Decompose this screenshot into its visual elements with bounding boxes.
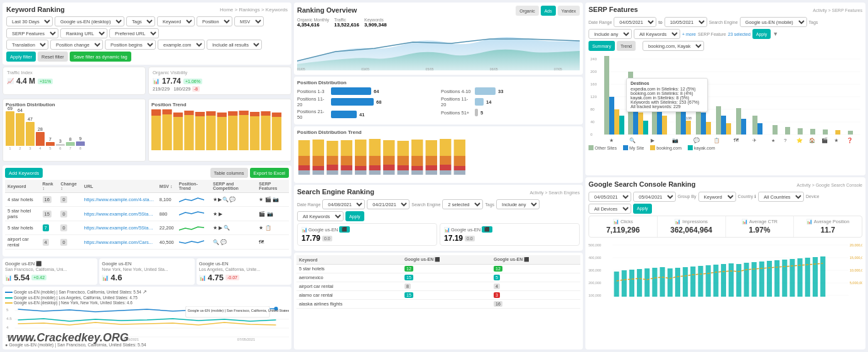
svg-rect-188 [774,260,779,297]
legend-kayak-color [688,145,693,150]
url-cell[interactable]: https://www.example.com/4-star-hot... [82,193,157,207]
tab-organic[interactable]: Organic [516,6,539,16]
position-select[interactable]: Position [197,16,232,26]
console-group-select[interactable]: Keyword [698,192,736,202]
organic-label: Organic Visibility [153,70,287,75]
apply-filter-button[interactable]: Apply filter [6,52,36,62]
svg-text:0: 0 [590,133,593,136]
serp-chart-area: Destinos expedia.com in Sitelinks: 12 (5… [589,53,862,145]
svg-rect-137 [848,131,853,135]
console-date-to[interactable]: 05/04/2021 [633,192,676,202]
url-cell[interactable]: https://www.example.com/5Star-Paris-Hote… [82,207,157,221]
reset-filter-button[interactable]: Reset filter [38,52,68,62]
engine-select[interactable]: Google us-EN (desktop) [55,16,124,26]
svg-rect-82 [426,170,437,175]
table-row: alaska airlines flights 16 [296,300,580,309]
svg-rect-69 [383,165,394,170]
se-keywords-select[interactable]: All Keywords [297,211,344,221]
url-cell[interactable]: https://www.example.com/5Star-Los-Angele… [82,221,157,235]
domain-select[interactable]: example.com [158,40,205,50]
console-date-from[interactable]: 04/05/2021 [589,192,631,202]
svg-rect-65 [369,165,381,170]
console-avg-position: 📊 Average Position 11.7 [794,216,862,237]
serp-dropdown-icon[interactable]: ▼ [773,31,778,37]
svg-rect-132 [785,127,790,135]
svg-rect-56 [341,156,352,165]
geo-engine-2: Google us-EN [102,261,192,267]
impressions-value: 362,064,964 [660,226,723,234]
pos-change-select[interactable]: Position change [50,40,103,50]
serp-date-from[interactable]: 04/05/2021 [614,17,656,27]
serp-date-to[interactable]: 10/05/2021 [665,17,707,27]
svg-rect-182 [729,263,734,297]
svg-text:40: 40 [590,120,595,124]
console-country-select[interactable]: All Countries [758,192,804,202]
se-date-to[interactable]: 04/21/2021 [367,199,410,209]
svg-rect-167 [614,272,619,297]
console-device-select[interactable]: All Devices [589,204,631,214]
svg-rect-108 [619,116,624,135]
save-filter-button[interactable]: Save filter as dynamic tag [70,52,131,62]
serp-keywords-select[interactable]: All Keywords [634,29,680,39]
include-select[interactable]: Include all results [207,40,262,50]
svg-rect-10 [206,116,215,150]
se-engine-select[interactable]: 2 selected [442,199,483,209]
translation-select[interactable]: Translation [6,40,48,50]
serp-tags-select[interactable]: Include any [589,29,632,39]
serp-tabs-row: Summary Trend booking.com, Kayak [589,41,862,51]
console-ctr: 📊 Average CTR 1.97% [726,216,795,237]
svg-text:200: 200 [590,70,597,74]
console-apply-button[interactable]: Apply [633,204,652,214]
svg-text:07/05/2021: 07/05/2021 [237,338,255,341]
serp-features-select[interactable]: SERP Features [6,28,58,38]
console-ranking-section: Google Search Console Ranking Activity >… [585,177,865,350]
svg-rect-7 [184,111,193,115]
svg-rect-9 [195,112,205,116]
tab-ads[interactable]: Ads [541,6,556,16]
tags-select[interactable]: Tags [126,16,155,26]
svg-rect-172 [652,268,657,297]
svg-rect-127 [736,108,741,135]
svg-rect-14 [228,116,237,150]
charts-row: Position Distribution 69 1 64 2 47 [3,99,291,162]
msv-select[interactable]: MSV [234,16,264,26]
add-keywords-button[interactable]: Add Keywords [5,168,43,178]
geo-location-2: New York, New York, United Sta... [102,267,192,272]
serp-feat-cell: 🎬 📷 [256,207,289,221]
svg-rect-54 [327,170,338,175]
svg-rect-64 [369,156,381,165]
serp-apply-button[interactable]: Apply [752,29,771,39]
legend-my-site-label: My Site [629,146,644,150]
se-date-from[interactable]: 04/08/2021 [322,199,365,209]
serp-comparison-select[interactable]: booking.com, Kayak [643,41,704,51]
svg-rect-67 [383,140,394,156]
serp-tab-trend[interactable]: Trend [617,41,636,51]
svg-rect-193 [813,257,818,297]
preferred-url-select[interactable]: Preferred URL [109,28,159,38]
date-range-select[interactable]: Last 30 Days [6,16,53,26]
console-impressions: 📊 Impressions 362,064,964 [658,216,726,237]
se-tags-select[interactable]: Include any [496,199,540,209]
legend-other-sites-color [589,145,594,150]
svg-text:400,000: 400,000 [589,256,601,260]
svg-rect-76 [411,156,423,166]
svg-rect-6 [184,115,193,150]
se-apply-button[interactable]: Apply [345,211,364,221]
export-button[interactable]: Export to Excel [250,168,289,178]
ranking-url-select[interactable]: Ranking URL [60,28,107,38]
serp-selected-count[interactable]: 23 selected [728,32,751,36]
overview-area-chart: 01/05 03/05 05/05 06/05 07/05 [297,30,580,70]
serp-more-link[interactable]: + more [682,32,696,36]
svg-rect-111 [638,113,643,135]
pos-begins-select[interactable]: Position begins [105,40,156,50]
tab-yandex[interactable]: Yandex [558,6,580,16]
msv-cell: 8,100 [157,193,176,207]
ctr-value: 1.97% [729,226,791,234]
serp-engine-select[interactable]: Google us-EN (mobile) [740,17,807,27]
table-columns-button[interactable]: Table columns [210,168,248,178]
overview-metric-keywords: Keywords 3,909,348 [364,18,387,28]
url-cell[interactable]: https://www.example.com/Cars... [82,235,157,250]
svg-rect-74 [398,170,409,175]
serp-tab-summary[interactable]: Summary [589,41,615,51]
keyword-select[interactable]: Keyword [157,16,195,26]
